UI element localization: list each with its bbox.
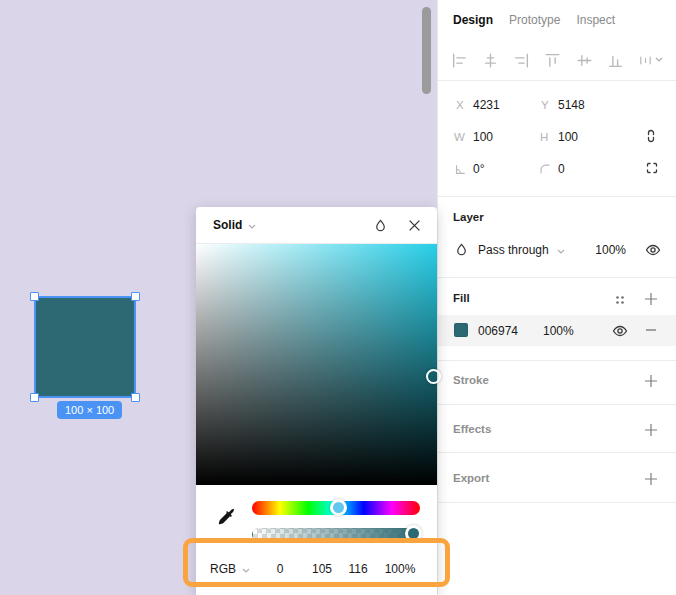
divider xyxy=(438,452,676,453)
close-icon[interactable] xyxy=(408,219,421,232)
align-vertical-center-icon[interactable] xyxy=(576,52,593,69)
chevron-down-icon[interactable] xyxy=(557,249,565,255)
panel-tabs: Design Prototype Inspect xyxy=(453,0,615,40)
add-stroke-button[interactable] xyxy=(644,374,658,388)
styles-dots-icon[interactable] xyxy=(614,294,626,306)
rotation-angle-icon xyxy=(453,162,467,176)
opacity-slider[interactable] xyxy=(252,528,420,541)
fill-section-title: Fill xyxy=(453,292,470,304)
align-top-icon[interactable] xyxy=(544,52,561,69)
align-horizontal-center-icon[interactable] xyxy=(482,52,499,69)
color-mode-dropdown[interactable]: RGB xyxy=(210,562,236,576)
chevron-down-icon xyxy=(655,57,663,63)
fill-color-swatch[interactable] xyxy=(454,323,468,337)
layer-section-title: Layer xyxy=(453,211,484,223)
add-effect-button[interactable] xyxy=(644,423,658,437)
stroke-section-title: Stroke xyxy=(453,374,489,386)
blend-droplet-icon[interactable] xyxy=(373,218,388,233)
divider xyxy=(438,502,676,503)
width-input[interactable]: 100 xyxy=(473,130,493,144)
canvas-scrollbar[interactable] xyxy=(422,7,431,94)
tab-inspect[interactable]: Inspect xyxy=(576,13,615,27)
green-value-input[interactable]: 105 xyxy=(302,562,342,576)
color-picker-dialog: Solid RGB 0 105 116 100% xyxy=(196,207,437,595)
blue-value-input[interactable]: 116 xyxy=(338,562,378,576)
selection-handle-bottom-left[interactable] xyxy=(30,393,39,402)
width-label: W xyxy=(454,131,465,143)
remove-fill-button[interactable] xyxy=(645,328,657,332)
blend-droplet-icon xyxy=(454,242,469,257)
rotation-input[interactable]: 0° xyxy=(473,162,484,176)
blend-mode-dropdown[interactable]: Pass through xyxy=(478,243,549,257)
y-label: Y xyxy=(541,99,549,111)
distribute-spacing-icon[interactable] xyxy=(638,53,663,68)
export-section-title: Export xyxy=(453,472,489,484)
paint-type-dropdown[interactable]: Solid xyxy=(213,218,242,232)
selection-handle-bottom-right[interactable] xyxy=(131,393,140,402)
size-badge: 100 × 100 xyxy=(57,401,122,419)
divider xyxy=(438,277,676,278)
align-right-icon[interactable] xyxy=(513,52,530,69)
layer-opacity-input[interactable]: 100% xyxy=(588,243,626,257)
saturation-value-area[interactable] xyxy=(196,244,437,485)
divider xyxy=(438,196,676,197)
selection-handle-top-left[interactable] xyxy=(30,292,39,301)
inspector-panel: Design Prototype Inspect X 4231 Y 5148 W… xyxy=(437,0,676,595)
hue-handle[interactable] xyxy=(330,499,347,516)
opacity-handle[interactable] xyxy=(405,525,422,542)
align-bottom-icon[interactable] xyxy=(607,52,624,69)
align-left-icon[interactable] xyxy=(451,52,468,69)
add-export-button[interactable] xyxy=(644,472,658,486)
height-input[interactable]: 100 xyxy=(558,130,578,144)
x-label: X xyxy=(456,99,464,111)
frame-corners-icon[interactable] xyxy=(644,160,660,176)
tab-prototype[interactable]: Prototype xyxy=(509,13,560,27)
x-input[interactable]: 4231 xyxy=(473,98,500,112)
corner-radius-input[interactable]: 0 xyxy=(558,162,565,176)
alpha-value-input[interactable]: 100% xyxy=(380,562,420,576)
chevron-down-icon[interactable] xyxy=(248,224,256,230)
saturation-value-handle[interactable] xyxy=(426,369,441,384)
constrain-proportions-icon[interactable] xyxy=(643,128,659,144)
color-picker-header: Solid xyxy=(196,207,437,244)
color-values-row: RGB 0 105 116 100% xyxy=(196,556,437,586)
chevron-down-icon[interactable] xyxy=(242,568,250,574)
eyedropper-icon[interactable] xyxy=(216,507,238,529)
alignment-toolbar xyxy=(438,40,676,80)
red-value-input[interactable]: 0 xyxy=(260,562,300,576)
corner-radius-icon xyxy=(538,162,552,176)
add-fill-button[interactable] xyxy=(644,292,658,306)
height-label: H xyxy=(540,131,548,143)
selection-handle-top-right[interactable] xyxy=(131,292,140,301)
divider xyxy=(438,404,676,405)
effects-section-title: Effects xyxy=(453,423,491,435)
selected-rectangle[interactable] xyxy=(36,298,134,396)
eye-icon[interactable] xyxy=(645,242,661,258)
eye-icon[interactable] xyxy=(612,323,628,339)
fill-hex-input[interactable]: 006974 xyxy=(478,324,518,338)
tab-design[interactable]: Design xyxy=(453,13,493,27)
divider xyxy=(438,80,676,81)
fill-opacity-input[interactable]: 100% xyxy=(543,324,574,338)
y-input[interactable]: 5148 xyxy=(558,98,585,112)
divider xyxy=(438,360,676,361)
